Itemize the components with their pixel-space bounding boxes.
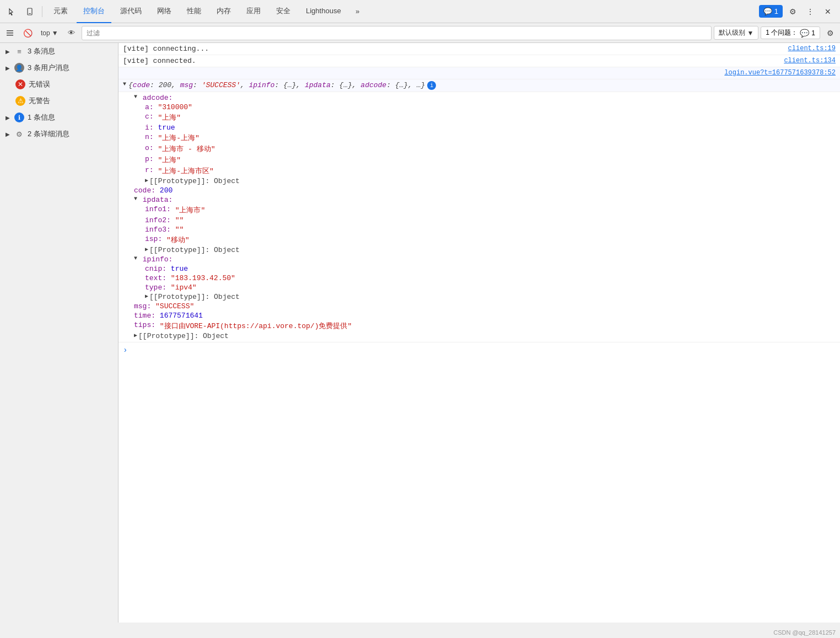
level-select[interactable]: 默认级别 ▼ bbox=[714, 26, 758, 40]
console-object-summary: {code: 200, msg: 'SUCCESS', ipinfo: {…},… bbox=[119, 79, 840, 92]
r-space bbox=[154, 166, 158, 176]
a-key: a: bbox=[145, 103, 154, 111]
tips-value: "接口由VORE-API(https://api.vore.top/)免费提供" bbox=[160, 321, 352, 331]
issues-icon: 💬 bbox=[800, 29, 809, 37]
adcode-expand[interactable] bbox=[134, 94, 137, 102]
warnings-label: 无警告 bbox=[29, 96, 50, 106]
sidebar-item-errors[interactable]: ✕ 无错误 bbox=[0, 76, 118, 93]
tab-memory[interactable]: 内存 bbox=[210, 0, 238, 23]
json-c: c: "上海" bbox=[123, 112, 836, 123]
info1-key: info1: bbox=[145, 205, 171, 215]
user-messages-expand-icon[interactable] bbox=[6, 65, 10, 71]
errors-label: 无错误 bbox=[29, 79, 50, 89]
tab-more[interactable]: » bbox=[350, 0, 365, 23]
cnip-space bbox=[166, 265, 171, 273]
proto3-expand[interactable] bbox=[145, 293, 148, 301]
vite-connected-text: [vite] connected. bbox=[123, 57, 779, 65]
msg-value: "SUCCESS" bbox=[155, 302, 194, 310]
top-right-actions: 💬 1 ⚙ ⋮ ✕ bbox=[759, 4, 836, 19]
sidebar-item-messages[interactable]: ≡ 3 条消息 bbox=[0, 43, 118, 60]
proto2-expand[interactable] bbox=[145, 246, 148, 254]
json-adcode-header: adcode: bbox=[123, 93, 836, 103]
json-a: a: "310000" bbox=[123, 103, 836, 112]
vite-connected-link[interactable]: client.ts:134 bbox=[779, 57, 836, 65]
proto3-text: [[Prototype]]: Object bbox=[149, 293, 240, 301]
info2-value: "" bbox=[175, 216, 184, 224]
i-value: true bbox=[158, 124, 175, 132]
user-icon: 👤 bbox=[14, 63, 24, 73]
sidebar-item-warnings[interactable]: ⚠ 无警告 bbox=[0, 93, 118, 109]
verbose-expand-icon[interactable] bbox=[6, 131, 10, 137]
tab-elements[interactable]: 元素 bbox=[47, 0, 74, 23]
json-info3: info3: "" bbox=[123, 225, 836, 234]
cursor-icon[interactable] bbox=[4, 4, 20, 19]
text-space bbox=[166, 274, 171, 282]
ipinfo-expand[interactable] bbox=[134, 255, 137, 264]
more-options-button[interactable]: ⋮ bbox=[803, 4, 818, 19]
tab-application[interactable]: 应用 bbox=[240, 0, 267, 23]
collapse-sidebar-button[interactable] bbox=[2, 25, 18, 41]
tab-console[interactable]: 控制台 bbox=[77, 0, 111, 23]
main-content: ≡ 3 条消息 👤 3 条用户消息 ✕ 无错误 ⚠ 无警告 ℹ 1 条信息 bbox=[0, 43, 840, 623]
issues-count: 1 bbox=[811, 29, 815, 37]
json-ipinfo-header: ipinfo: bbox=[123, 255, 836, 264]
sidebar-item-user-messages[interactable]: 👤 3 条用户消息 bbox=[0, 60, 118, 76]
object-info-icon[interactable]: i bbox=[427, 81, 436, 90]
tab-performance[interactable]: 性能 bbox=[180, 0, 208, 23]
issues-badge[interactable]: 1 个问题： 💬 1 bbox=[761, 26, 820, 39]
issues-settings-button[interactable]: ⚙ bbox=[822, 25, 838, 41]
settings-button[interactable]: ⚙ bbox=[785, 4, 800, 19]
code-value: 200 bbox=[160, 186, 173, 195]
r-key: r: bbox=[145, 166, 154, 176]
tips-space bbox=[155, 321, 160, 331]
tab-lighthouse[interactable]: Lighthouse bbox=[299, 0, 348, 23]
sidebar-item-verbose[interactable]: ⚙ 2 条详细消息 bbox=[0, 126, 118, 142]
json-ipdata-header: ipdata: bbox=[123, 195, 836, 205]
r-value: "上海-上海市区" bbox=[158, 166, 213, 176]
context-selector[interactable]: top ▼ bbox=[37, 28, 62, 39]
sidebar-item-info[interactable]: ℹ 1 条信息 bbox=[0, 109, 118, 126]
login-vue-link[interactable]: login.vue?t=1677571639378:52 bbox=[720, 69, 836, 77]
prompt-arrow: › bbox=[123, 346, 127, 355]
adcode-key: adcode: bbox=[138, 94, 173, 102]
cnip-key: cnip: bbox=[145, 265, 166, 273]
object-summary-text: {code: 200, msg: 'SUCCESS', ipinfo: {…},… bbox=[128, 81, 425, 89]
proto1-expand[interactable] bbox=[145, 177, 148, 185]
json-time: time: 1677571641 bbox=[123, 311, 836, 320]
chat-badge[interactable]: 💬 1 bbox=[759, 5, 783, 18]
text-value: "183.193.42.50" bbox=[171, 274, 235, 282]
svg-rect-2 bbox=[7, 30, 13, 31]
proto4-expand[interactable] bbox=[134, 332, 137, 340]
json-msg: msg: "SUCCESS" bbox=[123, 302, 836, 311]
tab-security[interactable]: 安全 bbox=[270, 0, 297, 23]
tab-sources[interactable]: 源代码 bbox=[114, 0, 148, 23]
object-expand-icon[interactable] bbox=[123, 81, 126, 87]
time-key: time: bbox=[134, 312, 155, 320]
top-toolbar: 元素 控制台 源代码 网络 性能 内存 应用 安全 Lighthouse » 💬… bbox=[0, 0, 840, 23]
vite-connecting-link[interactable]: client.ts:19 bbox=[784, 45, 836, 52]
second-toolbar: 🚫 top ▼ 👁 默认级别 ▼ 1 个问题： 💬 1 ⚙ bbox=[0, 23, 840, 43]
user-messages-label: 3 条用户消息 bbox=[28, 63, 69, 73]
filter-input[interactable] bbox=[82, 26, 712, 40]
block-button[interactable]: 🚫 bbox=[20, 25, 35, 41]
eye-button[interactable]: 👁 bbox=[64, 25, 79, 41]
close-button[interactable]: ✕ bbox=[820, 4, 836, 19]
mobile-icon[interactable] bbox=[22, 4, 37, 19]
json-text: text: "183.193.42.50" bbox=[123, 274, 836, 283]
msg-key: msg: bbox=[134, 302, 151, 310]
info1-space bbox=[171, 205, 175, 215]
tab-network[interactable]: 网络 bbox=[150, 0, 178, 23]
type-key: type: bbox=[145, 283, 166, 292]
console-line-1: [vite] connecting... client.ts:19 bbox=[119, 43, 840, 55]
info-label: 1 条信息 bbox=[28, 112, 55, 122]
json-cnip: cnip: true bbox=[123, 264, 836, 274]
console-area[interactable]: [vite] connecting... client.ts:19 [vite]… bbox=[119, 43, 840, 623]
messages-expand-icon[interactable] bbox=[6, 49, 10, 55]
ipdata-expand[interactable] bbox=[134, 196, 137, 204]
isp-key: isp: bbox=[145, 235, 162, 245]
json-o: o: "上海市 - 移动" bbox=[123, 143, 836, 154]
context-label: top bbox=[41, 29, 50, 37]
info-expand-icon[interactable] bbox=[6, 115, 10, 121]
chat-icon: 💬 bbox=[763, 7, 772, 15]
proto2-text: [[Prototype]]: Object bbox=[149, 246, 240, 254]
